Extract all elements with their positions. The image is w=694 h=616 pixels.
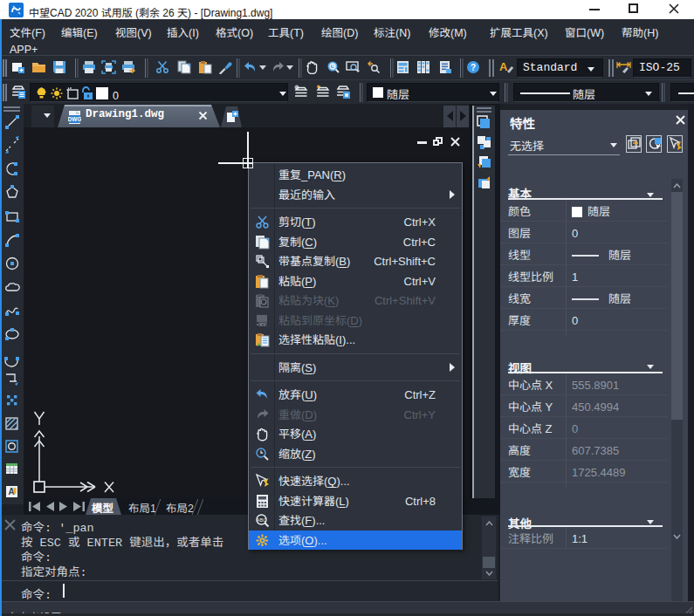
svg-text:?: ? [471,63,476,72]
svg-text:ABC: ABC [257,517,266,523]
svg-text:DWG: DWG [68,116,81,122]
svg-text:XY: XY [259,322,266,327]
svg-text:A: A [499,60,508,73]
